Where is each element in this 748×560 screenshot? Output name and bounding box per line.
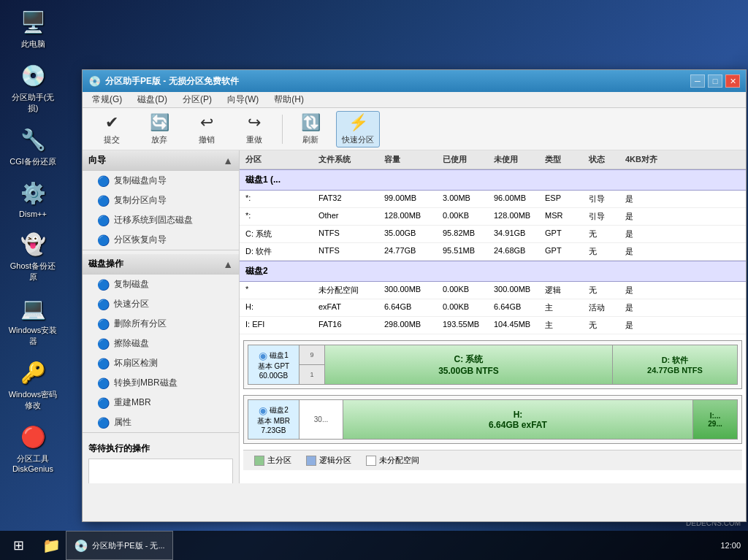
menu-wizard[interactable]: 向导(W)	[221, 92, 264, 107]
row-capacity: 6.64GB	[382, 302, 440, 314]
icon-dism[interactable]: ⚙️ Dism++	[7, 178, 58, 218]
taskbar-app-button[interactable]: 💿 分区助手PE版 - 无...	[66, 531, 173, 560]
disk2-unalloc-partition[interactable]: 30...	[299, 400, 343, 439]
row-free: 104.45MB	[492, 319, 543, 331]
properties-item[interactable]: 🔵 属性	[83, 413, 239, 432]
legend-primary-color	[254, 456, 264, 466]
icon-cgi-backup[interactable]: 🔧 CGI备份还原	[7, 125, 58, 167]
submit-button[interactable]: ✔ 提交	[90, 111, 134, 147]
copy-disk-wizard-item[interactable]: 🔵 复制磁盘向导	[83, 171, 239, 191]
quick-partition-op-icon: 🔵	[97, 299, 110, 310]
disk1-d-size: 24.77GB NTFS	[647, 366, 703, 375]
windows-pwd-label: Windows密码修改	[7, 389, 58, 411]
table-row[interactable]: * 未分配空间 300.00MB 0.00KB 300.00MB 逻辑 无 是	[240, 282, 746, 299]
table-row[interactable]: H: exFAT 6.64GB 0.00KB 6.64GB 主 活动 是	[240, 299, 746, 317]
icon-windows-installer[interactable]: 💻 Windows安装器	[7, 294, 58, 347]
disk1-small-box-1[interactable]: 9	[299, 345, 324, 365]
row-status: 无	[587, 319, 623, 331]
minimize-button[interactable]: ─	[690, 74, 705, 88]
icon-diskgenius[interactable]: 🔴 分区工具DiskGenius	[7, 422, 58, 473]
copy-disk-icon: 🔵	[97, 175, 110, 187]
redo-icon: ↪	[248, 113, 261, 132]
disk2-h-partition[interactable]: H: 6.64GB exFAT	[343, 400, 693, 439]
copy-partition-wizard-item[interactable]: 🔵 复制分区向导	[83, 191, 239, 210]
close-button[interactable]: ✕	[725, 74, 740, 88]
bad-sector-label: 坏扇区检测	[114, 357, 158, 369]
disk1-d-partition[interactable]: D: 软件 24.77GB NTFS	[613, 345, 737, 384]
discard-button[interactable]: 🔄 放弃	[137, 111, 181, 147]
table-row[interactable]: *: FAT32 99.00MB 3.00MB 96.00MB ESP 引导 是	[240, 191, 746, 208]
table-row[interactable]: I: EFI FAT16 298.00MB 193.55MB 104.45MB …	[240, 317, 746, 334]
row-type: MSR	[543, 210, 587, 223]
disk2-type: 基本 MBR	[257, 416, 290, 426]
refresh-button[interactable]: 🔃 刷新	[289, 111, 332, 147]
rebuild-mbr-label: 重建MBR	[114, 396, 151, 409]
disk2-i-partition[interactable]: I:... 29...	[693, 400, 737, 439]
row-partition: C: 系统	[243, 228, 316, 240]
disk1-c-label: C: 系统	[454, 353, 484, 366]
explorer-button[interactable]: 📁	[37, 531, 66, 560]
row-type: 主	[543, 319, 587, 331]
icon-partition-helper[interactable]: 💿 分区助手(无损)	[7, 61, 58, 114]
disk2-info-box[interactable]: ◉ 磁盘2 基本 MBR 7.23GB	[248, 400, 299, 439]
icon-this-pc[interactable]: 🖥️ 此电脑	[7, 7, 58, 50]
title-bar-text: 分区助手PE版 - 无损分区免费软件	[105, 75, 690, 88]
disk1-visual: ◉ 磁盘1 基本 GPT 60.00GB 9	[243, 340, 742, 389]
maximize-button[interactable]: □	[708, 74, 722, 88]
disk2-size: 7.23GB	[262, 426, 286, 434]
submit-label: 提交	[104, 134, 120, 145]
row-capacity: 298.00MB	[382, 319, 440, 331]
disk2-i-label: I:...	[710, 412, 720, 420]
legend-bar: 主分区 逻辑分区 未分配空间	[243, 450, 742, 470]
disk-ops-collapse-btn[interactable]: ▲	[223, 258, 233, 270]
row-align: 是	[623, 245, 667, 258]
table-row[interactable]: *: Other 128.00MB 0.00KB 128.00MB MSR 引导…	[240, 208, 746, 226]
restore-partition-label: 分区恢复向导	[114, 234, 167, 246]
disk1-info-box[interactable]: ◉ 磁盘1 基本 GPT 60.00GB	[248, 345, 299, 384]
disk1-c-partition[interactable]: C: 系统 35.00GB NTFS	[325, 345, 613, 384]
disk1-small-box-2[interactable]: 1	[299, 365, 324, 384]
start-button[interactable]: ⊞	[0, 531, 37, 560]
row-capacity: 300.00MB	[382, 284, 440, 296]
table-row[interactable]: D: 软件 NTFS 24.77GB 95.51MB 24.68GB GPT 无…	[240, 243, 746, 261]
windows-pwd-icon: 🔑	[18, 358, 47, 387]
wipe-disk-item[interactable]: 🔵 擦除磁盘	[83, 334, 239, 353]
rebuild-mbr-item[interactable]: 🔵 重建MBR	[83, 393, 239, 413]
copy-disk-op-item[interactable]: 🔵 复制磁盘	[83, 275, 239, 294]
disk1-c-size: 35.00GB NTFS	[438, 366, 499, 376]
icon-ghost[interactable]: 👻 Ghost备份还原	[7, 229, 58, 283]
disk2-h-size: 6.64GB exFAT	[489, 420, 547, 430]
restore-partition-item[interactable]: 🔵 分区恢复向导	[83, 230, 239, 250]
icon-windows-pwd[interactable]: 🔑 Windows密码修改	[7, 358, 58, 411]
pending-box	[88, 459, 233, 483]
undo-button[interactable]: ↩ 撤销	[185, 111, 229, 147]
legend-logical-color	[306, 456, 316, 466]
row-type: ESP	[543, 193, 587, 205]
menu-regular[interactable]: 常规(G)	[86, 92, 128, 107]
pending-section: 等待执行的操作	[83, 437, 239, 483]
discard-label: 放弃	[151, 134, 167, 145]
redo-button[interactable]: ↪ 重做	[232, 111, 276, 147]
row-partition: *:	[243, 210, 316, 223]
start-icon: ⊞	[13, 537, 24, 553]
delete-all-item[interactable]: 🔵 删除所有分区	[83, 314, 239, 334]
convert-mbr-item[interactable]: 🔵 转换到MBR磁盘	[83, 373, 239, 393]
row-type: GPT	[543, 228, 587, 240]
wipe-disk-label: 擦除磁盘	[114, 337, 149, 350]
migrate-os-item[interactable]: 🔵 迁移系统到固态磁盘	[83, 210, 239, 230]
menu-disk[interactable]: 磁盘(D)	[131, 92, 173, 107]
table-row[interactable]: C: 系统 NTFS 35.00GB 95.82MB 34.91GB GPT 无…	[240, 226, 746, 243]
wizard-collapse-btn[interactable]: ▲	[223, 155, 233, 166]
copy-disk-label: 复制磁盘向导	[114, 174, 167, 187]
left-panel: 向导 ▲ 🔵 复制磁盘向导 🔵 复制分区向导 🔵 迁移系统到固态磁盘	[83, 150, 240, 483]
menu-partition[interactable]: 分区(P)	[177, 92, 218, 107]
row-capacity: 128.00MB	[382, 210, 440, 223]
bad-sector-item[interactable]: 🔵 坏扇区检测	[83, 353, 239, 373]
disk2-bar: ◉ 磁盘2 基本 MBR 7.23GB 30...	[248, 399, 738, 440]
restore-partition-icon: 🔵	[97, 234, 110, 246]
quick-partition-button[interactable]: ⚡ 快速分区	[336, 111, 380, 147]
properties-label: 属性	[114, 416, 131, 429]
menu-help[interactable]: 帮助(H)	[268, 92, 310, 107]
quick-partition-op-item[interactable]: 🔵 快速分区	[83, 294, 239, 314]
wizard-section-title: 向导	[88, 154, 106, 166]
